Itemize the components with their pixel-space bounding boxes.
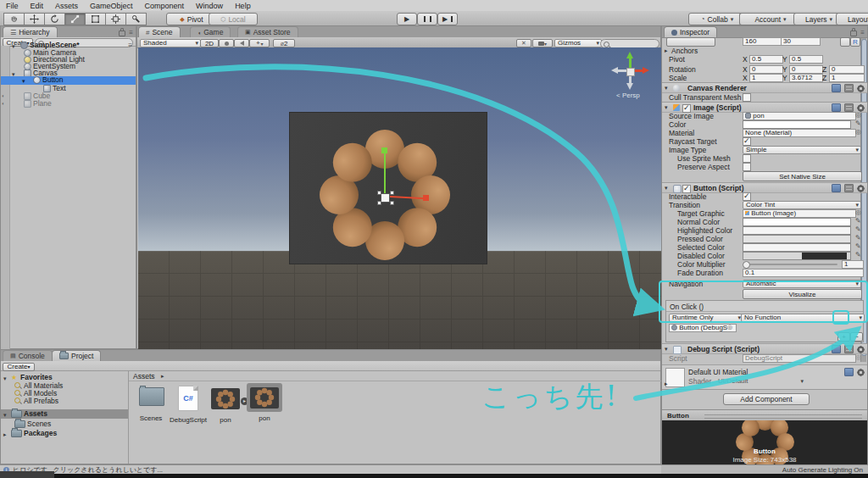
packages-row[interactable]: ▸Packages — [1, 430, 128, 437]
custom-tool-icon[interactable] — [125, 13, 147, 25]
scene-visibility-toggle[interactable]: ø2 — [273, 39, 295, 47]
asset-pon-sprite-selected[interactable]: pon — [246, 383, 283, 422]
pressed-color-swatch[interactable] — [743, 235, 851, 243]
foldout-icon[interactable]: ▾ — [665, 185, 668, 192]
scene-search-input[interactable] — [600, 39, 659, 48]
step-button[interactable]: ▶ — [437, 13, 458, 25]
visibility-toggle-icon[interactable]: ◐ — [2, 101, 8, 106]
menu-window[interactable]: Window — [190, 2, 229, 10]
visibility-toggle-icon[interactable]: ◐ — [2, 93, 8, 98]
color-multiplier-slider[interactable] — [743, 264, 837, 265]
lock-icon[interactable] — [850, 31, 857, 36]
tab-asset-store[interactable]: ▣Asset Store — [237, 26, 298, 37]
menu-gameobject[interactable]: GameObject — [84, 2, 139, 10]
help-icon[interactable] — [832, 103, 841, 112]
object-picker-icon[interactable]: ◎ — [855, 208, 861, 217]
gear-icon[interactable] — [857, 369, 865, 376]
rect-tool-icon[interactable] — [85, 13, 106, 25]
eyedropper-icon[interactable]: ✎ — [855, 234, 861, 242]
preset-icon[interactable] — [844, 184, 854, 192]
foldout-icon[interactable]: ▾ — [665, 104, 668, 111]
scene-options-icon[interactable]: ≡ — [128, 42, 132, 49]
debug-script-title[interactable]: Debug Script (Script) — [687, 345, 760, 353]
disabled-color-swatch[interactable] — [743, 252, 851, 260]
2d-toggle[interactable]: 2D — [200, 39, 219, 47]
breadcrumb[interactable]: Assets — [133, 372, 155, 381]
menu-help[interactable]: Help — [229, 2, 257, 10]
component-tools-button[interactable]: ✕ — [516, 39, 531, 47]
move-gizmo[interactable] — [367, 145, 435, 204]
eyedropper-icon[interactable]: ✎ — [855, 251, 861, 259]
highlighted-color-swatch[interactable] — [743, 226, 851, 235]
gizmo-center-handle[interactable] — [381, 193, 390, 203]
eyedropper-icon[interactable]: ✎ — [855, 119, 861, 128]
normal-color-swatch[interactable] — [743, 218, 851, 226]
menu-edit[interactable]: Edit — [25, 2, 50, 10]
lock-icon[interactable] — [119, 31, 125, 36]
canvas-renderer-title[interactable]: Canvas Renderer — [687, 84, 747, 92]
rotation-z-field[interactable]: 0 — [829, 65, 865, 74]
pivot-x-field[interactable]: 0.5 — [749, 55, 783, 64]
gizmo-z-axis[interactable] — [611, 67, 618, 74]
material-preview-swatch[interactable] — [665, 368, 685, 387]
audio-toggle[interactable] — [234, 39, 249, 47]
gear-icon[interactable] — [857, 185, 865, 192]
favorite-item[interactable]: All Models — [1, 390, 128, 397]
foldout-icon[interactable]: ▸ — [665, 47, 668, 54]
asset-debugscript[interactable]: C# DebugScript — [170, 386, 207, 424]
interactable-checkbox[interactable] — [743, 192, 751, 201]
preset-icon[interactable] — [844, 84, 854, 92]
target-graphic-field[interactable]: Button (Image) — [743, 209, 856, 218]
scale-y-field[interactable]: 3.6712 — [789, 74, 823, 82]
hierarchy-row[interactable]: Text — [1, 85, 136, 92]
rect-width-field[interactable]: 160 — [743, 37, 782, 46]
raycast-checkbox[interactable] — [743, 137, 751, 146]
material-field[interactable]: None (Material) — [743, 129, 856, 137]
pause-button[interactable] — [417, 13, 437, 25]
blueprint-toggle[interactable] — [840, 37, 850, 47]
preview-drag-handle[interactable] — [704, 414, 862, 419]
scenes-row[interactable]: Scenes — [1, 420, 128, 428]
image-enabled-checkbox[interactable] — [682, 104, 691, 113]
foldout-icon[interactable]: ▸ — [665, 381, 668, 387]
anchor-preset-button[interactable] — [666, 37, 715, 47]
scale-tool-icon[interactable] — [64, 13, 86, 25]
asset-pon-texture[interactable]: pon — [207, 386, 244, 424]
object-picker-icon[interactable]: ◎ — [855, 111, 861, 119]
foldout-icon[interactable]: ▾ — [665, 346, 668, 353]
raw-edit-toggle[interactable]: R — [850, 37, 860, 47]
lighting-toggle[interactable] — [219, 39, 234, 47]
function-dropdown[interactable]: No Function — [741, 314, 865, 322]
favorite-item[interactable]: All Prefabs — [1, 397, 128, 405]
tab-scene[interactable]: #Scene — [138, 26, 181, 37]
scale-x-field[interactable]: 1 — [749, 74, 783, 82]
anchors-label[interactable]: Anchors — [671, 47, 698, 55]
button-component-title[interactable]: Button (Script) — [693, 184, 744, 192]
rotation-y-field[interactable]: 0 — [789, 65, 823, 74]
visualize-button[interactable]: Visualize — [743, 289, 862, 299]
remove-listener-button[interactable]: − — [850, 332, 863, 342]
set-native-size-button[interactable]: Set Native Size — [743, 171, 862, 181]
selected-color-swatch[interactable] — [743, 243, 851, 252]
add-component-button[interactable]: Add Component — [723, 393, 810, 405]
favorites-row[interactable]: ▾ ★ Favorites — [1, 374, 128, 381]
foldout-icon[interactable]: ▸ — [3, 431, 7, 438]
runtime-mode-dropdown[interactable]: Runtime Only — [669, 314, 743, 322]
menu-component[interactable]: Component — [139, 2, 191, 10]
eyedropper-icon[interactable]: ✎ — [855, 217, 861, 225]
project-create-button[interactable]: Create▾ — [3, 363, 35, 371]
effects-dropdown[interactable]: ✦▾ — [249, 39, 270, 47]
menu-assets[interactable]: Assets — [49, 2, 84, 10]
gizmo-down-axis[interactable] — [626, 83, 633, 90]
assets-row-selected[interactable]: ▾ Assets — [1, 409, 128, 419]
eyedropper-icon[interactable]: ✎ — [855, 225, 861, 234]
tab-project[interactable]: Project — [52, 350, 101, 361]
navigation-dropdown[interactable]: Automatic — [743, 280, 861, 288]
source-image-field[interactable]: pon — [743, 112, 856, 120]
rect-height-field[interactable]: 30 — [781, 37, 821, 46]
image-type-dropdown[interactable]: Simple — [743, 146, 861, 154]
fade-duration-field[interactable]: 0.1 — [743, 269, 864, 277]
foldout-icon[interactable]: ▾ — [22, 77, 25, 85]
gizmo-y-handle[interactable] — [381, 147, 387, 153]
color-swatch[interactable] — [743, 120, 851, 129]
